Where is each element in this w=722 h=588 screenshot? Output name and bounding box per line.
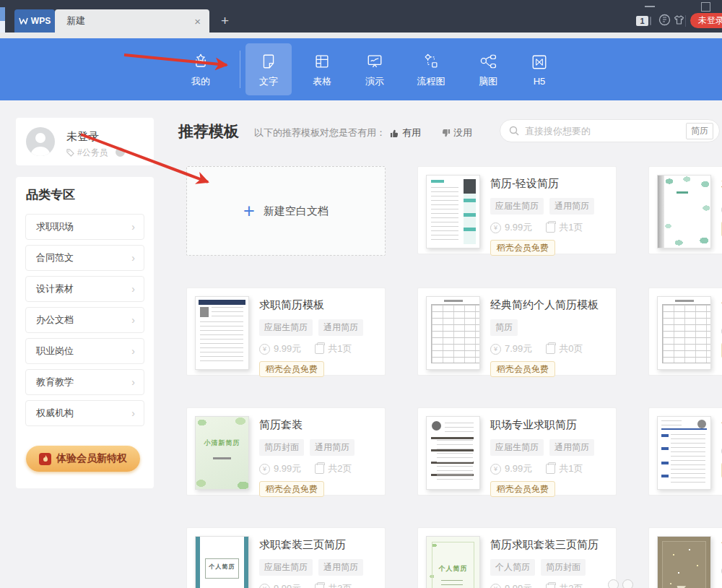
feedback-useful-label: 有用 [402,126,421,139]
category-label: 职业岗位 [36,345,131,358]
template-title: 简历-轻设简历 [490,177,594,191]
floating-helper-dots[interactable] [608,579,633,588]
pages-icon [546,222,555,233]
template-price: 9.99元 [505,221,532,234]
sidebar-username[interactable]: 未登录 [66,130,99,144]
vip-trial-button[interactable]: 体验会员新特权 [26,446,140,472]
template-card[interactable]: 求职简历模板 应届生简历通用简历 ¥9.99元共1页 稻壳会员免费 [186,287,386,376]
pages-icon [546,584,555,588]
template-card[interactable]: 经典简约个人简历模板 简历 ¥7.99元共0页 稻壳会员免费 [417,287,617,376]
toolbar-item-label: 流程图 [417,75,445,88]
sidebar-item-contracts[interactable]: 合同范文 › [25,245,144,271]
helper-dot-icon[interactable] [608,579,619,588]
template-card[interactable]: 个人简历 求职套装三页简历 应届生简历通用简历 ¥9.99元共3页 [186,527,386,588]
template-pages: 共1页 [559,221,583,234]
background-window-edge [0,7,5,33]
toolbar-item-writer[interactable]: 文字 [245,43,292,95]
template-title: 简历求职套装三页简历 [490,538,599,552]
document-count-badge[interactable]: 1 [636,16,648,26]
table-icon [312,51,332,72]
template-thumbnail [426,175,480,248]
template-tag: 通用简历 [318,559,363,576]
template-card[interactable]: 职场专业求职简历 应届生简历通用简历 ¥9.99元共1页 稻壳会员免费 [417,407,617,496]
search-input[interactable] [523,125,686,137]
template-thumbnail: 个人简历 [195,536,249,588]
template-card[interactable]: 小清新简历 简历套装 简历封面通用简历 ¥9.99元共2页 稻壳会员免费 [186,407,386,496]
skin-theme-icon[interactable] [673,14,685,29]
sidebar-item-authority[interactable]: 权威机构 › [25,400,144,426]
vip-flame-icon [39,453,51,465]
helper-dot-icon[interactable] [622,579,633,588]
pages-icon [315,344,324,354]
template-card[interactable]: 简 ¥ 稻 [648,407,722,496]
maximize-icon[interactable] [701,2,710,12]
feedback-useful-button[interactable]: 有用 [390,126,421,139]
price-icon: ¥ [490,464,501,475]
titlebar-divider [685,15,686,27]
thumbs-down-icon [441,129,451,138]
wps-home-button[interactable]: WPS [14,9,55,33]
toolbar-item-label: 我的 [191,75,210,88]
template-thumbnail [657,416,711,490]
toolbar-item-flowchart[interactable]: 流程图 [408,43,454,95]
feedback-useless-button[interactable]: 没用 [441,126,472,139]
edit-tag-icon[interactable] [116,147,125,157]
history-icon[interactable] [658,14,671,29]
toolbar-item-presentation[interactable]: 演示 [352,43,398,95]
template-tag: 应届生简历 [259,319,313,336]
member-free-badge: 稻壳会员免费 [490,361,555,377]
template-title: 求职套装三页简历 [259,538,363,552]
template-search-box[interactable]: 简历 [500,119,720,142]
template-tag: 简历封面 [541,559,586,576]
search-icon [509,126,519,136]
new-tab-button[interactable]: + [221,14,229,27]
template-thumbnail [657,175,711,248]
minimize-icon[interactable] [645,6,655,7]
thumbnail-cover-text: 个人简历 [427,564,479,574]
toolbar-item-spreadsheet[interactable]: 表格 [299,43,345,95]
pages-icon [315,584,324,588]
sidebar-item-office-docs[interactable]: 办公文档 › [25,307,144,333]
template-price: 9.99元 [274,582,301,588]
category-label: 设计素材 [36,282,131,295]
chevron-right-icon: › [131,252,135,264]
template-card[interactable]: 简 ¥ [648,527,722,588]
template-thumbnail [657,536,711,588]
chevron-right-icon: › [131,283,135,295]
sidebar-item-jobs[interactable]: 求职职场 › [25,214,144,240]
template-card[interactable]: 个人简历 简历求职套装三页简历 个人简历简历封面 ¥9.99元共2页 [417,527,617,588]
template-thumbnail [195,296,249,370]
feedback-row: 以下的推荐模板对您是否有用： 有用 没用 [254,126,472,139]
avatar[interactable] [26,127,55,156]
price-icon: ¥ [490,584,501,588]
profile-tag[interactable]: #公务员 [66,147,108,159]
login-button[interactable]: 未登录 [690,13,722,28]
template-title: 简历套装 [259,418,355,432]
toolbar-item-label: 脑图 [479,75,497,88]
toolbar-item-h5[interactable]: H5 [516,43,562,95]
template-card[interactable]: 水 ¥ 稻 [648,166,722,254]
template-grid: + 新建空白文档 简历-轻设简历 应届生简历通用简历 ¥9.99元共1页 稻壳会… [186,166,722,588]
template-pages: 共2页 [559,582,583,588]
new-blank-document-button[interactable]: + 新建空白文档 [186,166,386,256]
template-price: 9.99元 [505,462,532,475]
tab-close-icon[interactable]: × [194,15,201,27]
sidebar-item-education[interactable]: 教育教学 › [25,369,144,395]
toolbar-item-mine[interactable]: 我的 [178,43,224,95]
feedback-useless-label: 没用 [453,126,472,139]
thumbnail-cover-text: 个人简历 [196,563,248,571]
template-tag: 通用简历 [549,439,594,456]
template-card[interactable]: 简历-轻设简历 应届生简历通用简历 ¥9.99元共1页 稻壳会员免费 [417,166,617,254]
template-thumbnail: 个人简历 [426,536,480,588]
sidebar-item-positions[interactable]: 职业岗位 › [25,338,144,364]
sidebar-item-design[interactable]: 设计素材 › [25,276,144,302]
price-icon: ¥ [259,464,270,475]
badge-divider [650,17,651,25]
tab-new-document[interactable]: 新建 × [55,9,209,33]
toolbar-item-mindmap[interactable]: 脑图 [465,43,511,95]
template-pages: 共1页 [328,342,352,355]
template-card[interactable]: 简 ¥ 稻 [648,287,722,376]
template-tag: 简历 [490,319,518,336]
template-tag: 简历封面 [259,439,304,456]
search-hot-tag[interactable]: 简历 [686,123,713,139]
